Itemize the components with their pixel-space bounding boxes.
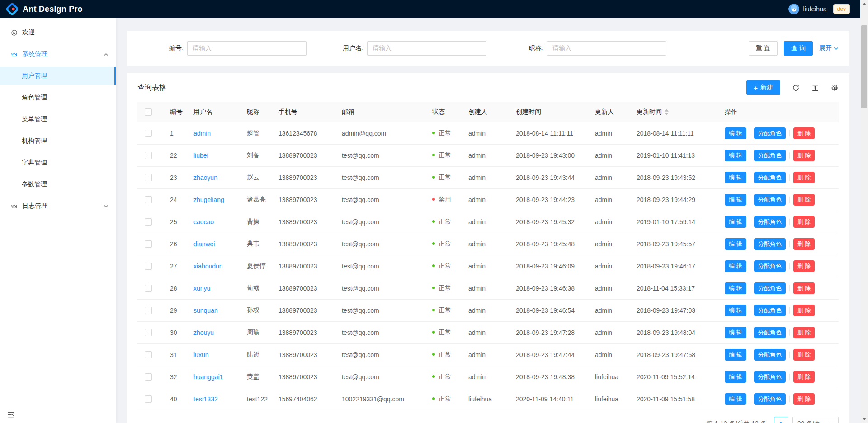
edit-button[interactable]: 编 辑 [725,327,746,338]
scrollbar[interactable] [860,0,868,423]
page-size-select[interactable]: 20 条/页 [792,417,839,423]
scrollbar-thumb[interactable] [861,25,867,108]
page-1-button[interactable]: 1 [774,417,788,423]
edit-button[interactable]: 编 辑 [725,305,746,316]
sidebar-item-system-mgmt[interactable]: 系统管理 [0,45,116,63]
assign-role-button[interactable]: 分配角色 [754,260,786,272]
assign-role-button[interactable]: 分配角色 [754,305,786,316]
logo[interactable]: Ant Design Pro [0,3,116,15]
settings-gear-icon[interactable] [831,84,839,92]
query-button[interactable]: 查 询 [784,41,813,56]
assign-role-button[interactable]: 分配角色 [754,127,786,139]
username-link[interactable]: huanggai1 [193,373,223,381]
username-link[interactable]: xiahoudun [193,263,223,270]
sidebar-item-welcome[interactable]: 欢迎 [0,24,116,42]
username-link[interactable]: test1332 [193,395,218,403]
reload-icon[interactable] [792,84,800,92]
menu-fold-icon[interactable] [7,410,15,418]
row-checkbox[interactable] [145,307,152,314]
status-badge: 正常 [425,277,461,299]
density-icon[interactable] [811,84,819,92]
username-link[interactable]: liubei [193,152,208,159]
edit-button[interactable]: 编 辑 [725,194,746,206]
select-all-checkbox[interactable] [145,108,152,116]
row-checkbox[interactable] [145,395,152,403]
delete-button[interactable]: 删 除 [793,127,815,139]
row-checkbox[interactable] [145,351,152,358]
delete-button[interactable]: 删 除 [793,260,815,272]
edit-button[interactable]: 编 辑 [725,172,746,183]
assign-role-button[interactable]: 分配角色 [754,150,786,161]
sidebar-item-user-mgmt[interactable]: 用户管理 [0,67,116,85]
sort-icon[interactable] [665,109,669,115]
username-link[interactable]: caocao [193,218,214,226]
edit-button[interactable]: 编 辑 [725,127,746,139]
scrollbar-up-arrow[interactable] [860,0,868,8]
username-link[interactable]: sunquan [193,307,218,314]
row-checkbox[interactable] [145,373,152,381]
column-header[interactable]: 更新时间 [629,102,717,122]
row-checkbox[interactable] [145,174,152,181]
scrollbar-down-arrow[interactable] [860,415,868,423]
row-checkbox[interactable] [145,240,152,248]
edit-button[interactable]: 编 辑 [725,371,746,383]
edit-button[interactable]: 编 辑 [725,260,746,272]
edit-button[interactable]: 编 辑 [725,216,746,228]
sidebar-item-org-mgmt[interactable]: 机构管理 [0,132,116,150]
edit-button[interactable]: 编 辑 [725,150,746,161]
delete-button[interactable]: 删 除 [793,216,815,228]
row-checkbox[interactable] [145,263,152,270]
assign-role-button[interactable]: 分配角色 [754,282,786,294]
delete-button[interactable]: 删 除 [793,327,815,338]
sidebar-item-menu-mgmt[interactable]: 菜单管理 [0,110,116,128]
delete-button[interactable]: 删 除 [793,393,815,405]
username-link[interactable]: xunyu [193,285,210,292]
username-link[interactable]: luxun [193,351,208,358]
cell-creator: admin [461,366,509,388]
username-link[interactable]: zhouyu [193,329,214,336]
sidebar-item-dict-mgmt[interactable]: 字典管理 [0,154,116,172]
assign-role-button[interactable]: 分配角色 [754,349,786,361]
delete-button[interactable]: 删 除 [793,349,815,361]
sidebar-item-role-mgmt[interactable]: 角色管理 [0,89,116,107]
row-checkbox[interactable] [145,329,152,336]
delete-button[interactable]: 删 除 [793,150,815,161]
sidebar-item-param-mgmt[interactable]: 参数管理 [0,175,116,193]
sidebar-item-log-mgmt[interactable]: 日志管理 [0,197,116,215]
user-name[interactable]: liufeihua [803,5,826,13]
row-checkbox[interactable] [145,196,152,203]
delete-button[interactable]: 删 除 [793,172,815,183]
delete-button[interactable]: 删 除 [793,194,815,206]
assign-role-button[interactable]: 分配角色 [754,194,786,206]
text-input[interactable]: 请输入 [547,41,666,56]
avatar[interactable] [788,4,799,14]
username-link[interactable]: admin [193,130,211,137]
edit-button[interactable]: 编 辑 [725,393,746,405]
username-link[interactable]: zhugeliang [193,196,224,203]
delete-button[interactable]: 删 除 [793,305,815,316]
username-link[interactable]: dianwei [193,240,215,248]
assign-role-button[interactable]: 分配角色 [754,371,786,383]
row-checkbox[interactable] [145,130,152,137]
row-checkbox[interactable] [145,285,152,292]
edit-button[interactable]: 编 辑 [725,349,746,361]
row-checkbox[interactable] [145,218,152,226]
expand-link[interactable]: 展开 [819,44,839,52]
assign-role-button[interactable]: 分配角色 [754,238,786,250]
delete-button[interactable]: 删 除 [793,282,815,294]
edit-button[interactable]: 编 辑 [725,282,746,294]
reset-button[interactable]: 重 置 [749,41,778,56]
cell-phone: 15697404062 [271,388,335,410]
text-input[interactable]: 请输入 [367,41,486,56]
assign-role-button[interactable]: 分配角色 [754,172,786,183]
delete-button[interactable]: 删 除 [793,371,815,383]
assign-role-button[interactable]: 分配角色 [754,327,786,338]
new-button[interactable]: + 新建 [746,80,780,95]
assign-role-button[interactable]: 分配角色 [754,393,786,405]
delete-button[interactable]: 删 除 [793,238,815,250]
assign-role-button[interactable]: 分配角色 [754,216,786,228]
username-link[interactable]: zhaoyun [193,174,217,181]
row-checkbox[interactable] [145,152,152,159]
text-input[interactable]: 请输入 [187,41,307,56]
edit-button[interactable]: 编 辑 [725,238,746,250]
